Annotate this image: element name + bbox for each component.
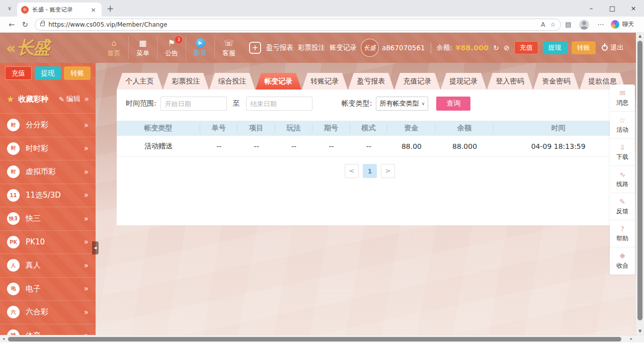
notification-badge: 3: [175, 36, 182, 43]
browser-window: ∨ 长 长盛 - 账变记录 × + – □ × ← ↻ https://www.…: [0, 0, 644, 345]
sidebar-item[interactable]: 快3 快三 »: [0, 207, 96, 230]
sidebar-transfer-button[interactable]: 转账: [64, 66, 91, 80]
browser-profile-avatar[interactable]: [579, 20, 589, 30]
tab-search-dropdown-icon[interactable]: ∨: [3, 3, 16, 14]
vertical-scrollbar-thumb[interactable]: [637, 41, 642, 320]
pagination-page-1[interactable]: 1: [363, 164, 377, 178]
nav-item[interactable]: ▶ 影音: [186, 36, 214, 59]
nav-item[interactable]: ▦ 菜单: [128, 36, 157, 59]
sidebar-item[interactable]: 六 六合彩 »: [0, 300, 96, 324]
sidebar-item-label: 时时彩: [26, 144, 84, 153]
site-logo[interactable]: « 长盛: [6, 36, 100, 59]
transfer-button[interactable]: 转账: [572, 41, 596, 54]
window-close-button[interactable]: ×: [623, 0, 644, 17]
member-tab[interactable]: 资金密码: [533, 73, 579, 90]
tab-close-icon[interactable]: ×: [89, 6, 98, 14]
scroll-up-arrow-icon[interactable]: ▲: [636, 33, 644, 40]
pagination-next-button[interactable]: >: [381, 164, 395, 178]
table-cell-order-no: --: [200, 142, 237, 150]
sidebar-item[interactable]: 人 真人 »: [0, 253, 96, 277]
floating-menu-label: 反馈: [616, 207, 628, 216]
member-tab[interactable]: 个人主页: [117, 73, 163, 90]
sidebar-item[interactable]: 电 电子 »: [0, 277, 96, 301]
lottery-balls-icon: 11: [7, 189, 20, 202]
scroll-left-arrow-icon[interactable]: ◂: [0, 335, 7, 342]
nav-item[interactable]: ☏ 客服: [214, 36, 243, 59]
vertical-scrollbar[interactable]: ▲ ▼: [636, 33, 644, 335]
change-type-select[interactable]: 所有帐变类型 ∨: [376, 97, 428, 111]
sidebar-item[interactable]: 时 虚拟币彩 »: [0, 160, 96, 184]
pagination-prev-button[interactable]: <: [345, 164, 359, 178]
to-label: 至: [233, 99, 240, 108]
table-cell-play: --: [275, 142, 312, 150]
hide-balance-icon[interactable]: ⊘: [504, 44, 510, 52]
nav-label: 客服: [215, 49, 243, 58]
user-avatar[interactable]: 长盛: [361, 39, 379, 57]
end-date-input[interactable]: [246, 97, 312, 111]
member-tab[interactable]: 充值记录: [394, 73, 440, 90]
collections-icon[interactable]: ▤: [565, 21, 571, 28]
more-menu-icon[interactable]: ⋯: [597, 21, 604, 28]
sidebar-collapse-handle[interactable]: ◀: [92, 241, 99, 254]
sidebar-item-label: 体育: [26, 331, 84, 335]
browser-tab[interactable]: 长 长盛 - 账变记录 ×: [17, 3, 102, 17]
sidebar-deposit-button[interactable]: 充值: [5, 66, 32, 80]
horizontal-scrollbar[interactable]: ◂ ▸: [0, 335, 644, 342]
floating-menu-item[interactable]: ☆ 活动: [610, 112, 635, 139]
member-tab[interactable]: 转账记录: [302, 73, 348, 90]
scroll-down-arrow-icon[interactable]: ▼: [636, 328, 644, 335]
member-tab[interactable]: 彩票投注: [163, 73, 209, 90]
refresh-balance-icon[interactable]: ↻: [493, 44, 499, 52]
horizontal-scrollbar-thumb[interactable]: [8, 337, 621, 341]
sidebar-item[interactable]: PK PK10 »: [0, 230, 96, 254]
deposit-button[interactable]: 充值: [514, 41, 538, 54]
scroll-right-arrow-icon[interactable]: ▸: [628, 335, 635, 342]
add-shortcut-button[interactable]: +: [249, 42, 261, 54]
member-tab[interactable]: 综合投注: [209, 73, 255, 90]
sidebar: 充值 提现 转账 ★ 收藏彩种 ✎ 编辑 »: [0, 63, 96, 335]
address-bar[interactable]: https://www.cs005.vip/Member/Change A ☆: [35, 19, 561, 31]
sidebar-item[interactable]: 时 分分彩 »: [0, 113, 96, 137]
sidebar-item[interactable]: 球 体育 »: [0, 324, 96, 335]
nav-item[interactable]: ⌂ 首页: [100, 36, 128, 59]
quick-link[interactable]: 彩票投注: [298, 43, 325, 52]
sidebar-item[interactable]: 时 时时彩 »: [0, 137, 96, 160]
favorite-star-icon[interactable]: ☆: [550, 21, 555, 28]
floating-menu-item[interactable]: ✎ 反馈: [610, 193, 635, 220]
logout-button[interactable]: 退出: [602, 43, 624, 52]
quick-link[interactable]: 盈亏报表: [266, 43, 293, 52]
member-tab[interactable]: 帐变记录: [256, 73, 301, 90]
member-tab[interactable]: 登入密码: [487, 73, 533, 90]
sidebar-withdraw-button[interactable]: 提现: [35, 66, 61, 80]
chevron-right-icon: »: [84, 237, 89, 246]
back-button[interactable]: ←: [9, 20, 15, 29]
window-minimize-button[interactable]: –: [581, 0, 602, 17]
read-aloud-icon[interactable]: A: [541, 21, 545, 28]
person-icon: 人: [7, 259, 20, 272]
floating-menu-item[interactable]: ❖ 收合: [610, 247, 635, 275]
withdraw-button[interactable]: 提现: [543, 41, 567, 54]
chevron-right-icon: »: [84, 167, 89, 177]
nav-item[interactable]: ⚑ 公告 3: [157, 36, 186, 59]
copilot-button[interactable]: 聊天: [611, 20, 634, 29]
browser-toolbar: ← ↻ https://www.cs005.vip/Member/Change …: [0, 17, 644, 33]
floating-menu-item[interactable]: ∿ 线路: [610, 166, 635, 193]
reload-button[interactable]: ↻: [22, 20, 29, 29]
window-maximize-button[interactable]: □: [602, 0, 623, 17]
floating-menu-item[interactable]: ? 帮助: [610, 220, 635, 247]
edit-label: 编辑: [66, 95, 80, 104]
sidebar-item-label: 分分彩: [26, 120, 84, 130]
start-date-input[interactable]: [160, 97, 227, 111]
new-tab-button[interactable]: +: [107, 4, 114, 14]
member-tab[interactable]: 盈亏报表: [348, 73, 394, 90]
floating-menu-item[interactable]: ⇩ 下载: [610, 139, 635, 166]
query-button[interactable]: 查询: [436, 97, 470, 111]
table-header-cell: 余额: [436, 124, 494, 133]
quick-link[interactable]: 账变记录: [330, 43, 357, 52]
sidebar-item[interactable]: 11 11选5/3D »: [0, 184, 96, 207]
member-tab[interactable]: 提现记录: [441, 73, 487, 90]
edit-favorites-button[interactable]: ✎ 编辑: [59, 95, 80, 104]
floating-menu-item[interactable]: ✉ 消息: [610, 84, 635, 112]
table-header-cell: 单号: [200, 124, 237, 133]
content-card: 时间范围: 至 帐变类型: 所有帐变类型 ∨ 查询 帐变类型: [117, 90, 623, 225]
